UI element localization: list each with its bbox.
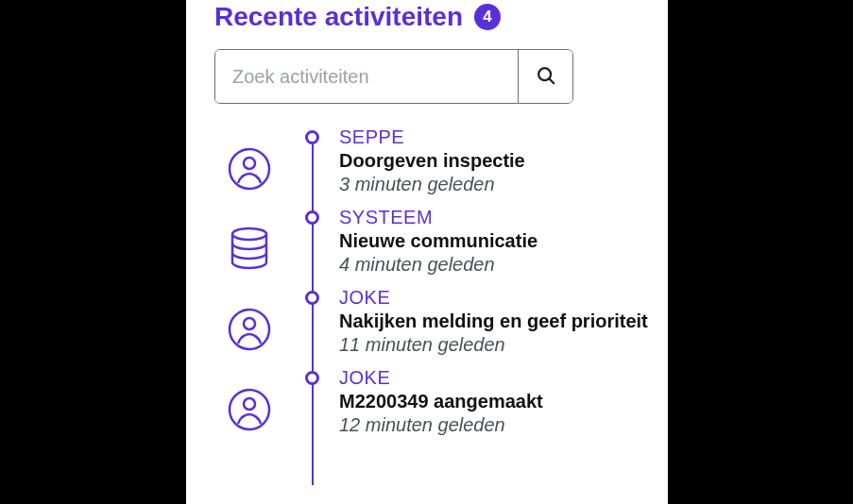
activity-user: JOKE <box>339 287 651 309</box>
activity-description: M2200349 aangemaakt <box>339 391 651 412</box>
activity-description: Nakijken melding en geef prioriteit <box>339 311 651 332</box>
activity-item: SYSTEEM Nieuwe communicatie 4 minuten ge… <box>318 207 651 287</box>
search-bar <box>214 49 573 104</box>
activity-user: SYSTEEM <box>339 207 651 228</box>
activity-user: SEPPE <box>339 126 651 148</box>
timeline-dot <box>305 130 319 144</box>
timeline-dot <box>305 210 319 225</box>
activity-count-badge: 4 <box>474 4 501 30</box>
search-input[interactable] <box>215 50 518 103</box>
svg-point-4 <box>232 228 266 240</box>
timeline-dot <box>305 291 319 305</box>
timeline-dot <box>305 371 319 385</box>
activity-time: 3 minuten geleden <box>339 174 651 195</box>
database-icon <box>228 227 271 271</box>
activity-time: 4 minuten geleden <box>339 254 651 276</box>
person-icon <box>228 308 271 351</box>
svg-line-1 <box>549 78 554 83</box>
search-button[interactable] <box>518 50 572 103</box>
person-icon <box>228 388 271 431</box>
activity-item: SEPPE Doorgeven inspectie 3 minuten gele… <box>318 126 651 207</box>
activity-description: Nieuwe communicatie <box>339 230 651 252</box>
activity-time: 12 minuten geleden <box>339 414 651 436</box>
activity-timeline: SEPPE Doorgeven inspectie 3 minuten gele… <box>214 126 651 447</box>
activity-item: JOKE Nakijken melding en geef prioriteit… <box>318 287 651 367</box>
svg-point-8 <box>244 398 255 410</box>
svg-point-3 <box>244 158 255 169</box>
timeline-line <box>312 136 314 485</box>
person-icon <box>228 147 271 191</box>
activity-panel: Recente activiteiten 4 S <box>186 0 668 504</box>
activity-description: Doorgeven inspectie <box>339 150 651 172</box>
svg-point-6 <box>244 318 255 329</box>
panel-title: Recente activiteiten <box>214 2 463 32</box>
activity-item: JOKE M2200349 aangemaakt 12 minuten gele… <box>318 367 651 447</box>
panel-header: Recente activiteiten 4 <box>214 0 651 49</box>
search-icon <box>536 65 556 89</box>
activity-time: 11 minuten geleden <box>339 334 651 356</box>
activity-user: JOKE <box>339 367 651 389</box>
